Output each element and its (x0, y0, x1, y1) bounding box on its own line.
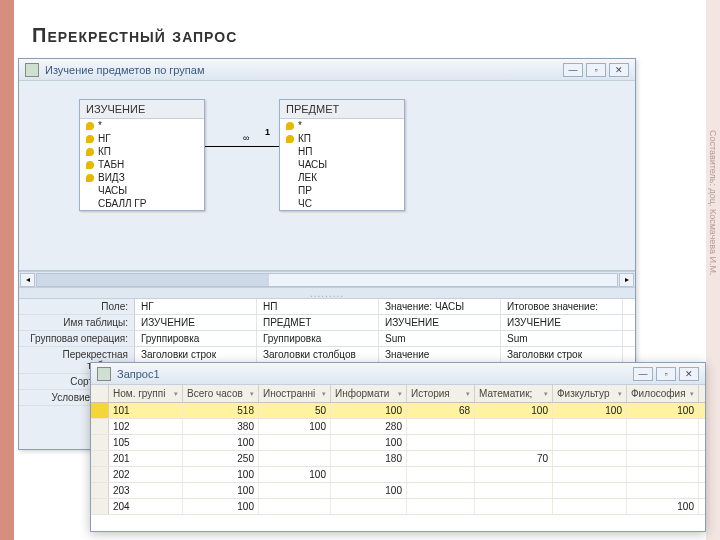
relationship-line[interactable] (205, 146, 279, 147)
cell[interactable]: 100 (183, 483, 259, 498)
cell[interactable] (627, 467, 699, 482)
window-titlebar[interactable]: Изучение предметов по групам — ▫ ✕ (19, 59, 635, 81)
cell[interactable] (475, 499, 553, 514)
cell[interactable]: 100 (331, 435, 407, 450)
cell[interactable] (331, 499, 407, 514)
minimize-button[interactable]: — (633, 367, 653, 381)
table-row[interactable]: 105100100 (91, 435, 705, 451)
column-header[interactable]: История▾ (407, 385, 475, 402)
scroll-right-icon[interactable]: ▸ (619, 273, 634, 287)
table-field[interactable]: ЧС (280, 197, 404, 210)
grid-cell[interactable]: Группировка (135, 331, 257, 346)
cell[interactable] (407, 451, 475, 466)
cell[interactable] (475, 419, 553, 434)
grid-cell[interactable]: Итоговое значение: (501, 299, 623, 314)
scroll-left-icon[interactable]: ◂ (20, 273, 35, 287)
grid-cell[interactable]: Значение: ЧАСЫ (379, 299, 501, 314)
dropdown-icon[interactable]: ▾ (618, 390, 622, 398)
table-field[interactable]: ВИДЗ (80, 171, 204, 184)
maximize-button[interactable]: ▫ (656, 367, 676, 381)
grid-cell[interactable]: НГ (135, 299, 257, 314)
cell[interactable]: 100 (331, 483, 407, 498)
cell[interactable]: 100 (259, 419, 331, 434)
design-scrollbar[interactable]: ◂ ▸ (19, 271, 635, 287)
row-selector[interactable] (91, 467, 109, 482)
column-header[interactable]: Математик;▾ (475, 385, 553, 402)
cell[interactable]: 518 (183, 403, 259, 418)
table-field[interactable]: СБАЛЛ ГР (80, 197, 204, 210)
cell[interactable]: 203 (109, 483, 183, 498)
cell[interactable] (259, 483, 331, 498)
close-button[interactable]: ✕ (609, 63, 629, 77)
grid-cell[interactable]: Sum (501, 331, 623, 346)
row-selector[interactable] (91, 483, 109, 498)
cell[interactable] (407, 467, 475, 482)
table-field[interactable]: ЛЕК (280, 171, 404, 184)
table-field[interactable]: * (280, 119, 404, 132)
cell[interactable]: 201 (109, 451, 183, 466)
window-titlebar[interactable]: Запрос1 — ▫ ✕ (91, 363, 705, 385)
cell[interactable]: 100 (627, 499, 699, 514)
table-row[interactable]: 202100100 (91, 467, 705, 483)
cell[interactable]: 280 (331, 419, 407, 434)
column-header[interactable]: Философия▾ (627, 385, 699, 402)
cell[interactable]: 180 (331, 451, 407, 466)
maximize-button[interactable]: ▫ (586, 63, 606, 77)
cell[interactable] (407, 499, 475, 514)
cell[interactable]: 50 (259, 403, 331, 418)
cell[interactable]: 202 (109, 467, 183, 482)
datasheet[interactable]: Ном. группі▾ Всего часов▾ Иностранні▾ Ин… (91, 385, 705, 515)
table-row[interactable]: 20125018070 (91, 451, 705, 467)
cell[interactable] (407, 483, 475, 498)
dropdown-icon[interactable]: ▾ (322, 390, 326, 398)
table-row[interactable]: 102380100280 (91, 419, 705, 435)
cell[interactable] (259, 499, 331, 514)
table-field[interactable]: ТАБН (80, 158, 204, 171)
cell[interactable]: 100 (183, 499, 259, 514)
grid-cell[interactable]: Группировка (257, 331, 379, 346)
cell[interactable] (553, 451, 627, 466)
column-header[interactable]: Физкультур▾ (553, 385, 627, 402)
grid-cell[interactable]: ИЗУЧЕНИЕ (135, 315, 257, 330)
close-button[interactable]: ✕ (679, 367, 699, 381)
table-row[interactable]: 204100100 (91, 499, 705, 515)
cell[interactable] (553, 419, 627, 434)
table-field[interactable]: * (80, 119, 204, 132)
cell[interactable]: 250 (183, 451, 259, 466)
cell[interactable] (553, 499, 627, 514)
cell[interactable]: 100 (183, 467, 259, 482)
cell[interactable] (627, 451, 699, 466)
cell[interactable]: 100 (331, 403, 407, 418)
cell[interactable]: 204 (109, 499, 183, 514)
column-header[interactable]: Ном. группі▾ (109, 385, 183, 402)
cell[interactable] (627, 435, 699, 450)
cell[interactable]: 100 (627, 403, 699, 418)
cell[interactable] (627, 483, 699, 498)
cell[interactable]: 100 (553, 403, 627, 418)
cell[interactable] (553, 483, 627, 498)
cell[interactable] (475, 483, 553, 498)
scroll-thumb[interactable] (37, 274, 269, 286)
row-selector-header[interactable] (91, 385, 109, 402)
dropdown-icon[interactable]: ▾ (544, 390, 548, 398)
cell[interactable]: 102 (109, 419, 183, 434)
table-izuchenie[interactable]: ИЗУЧЕНИЕ *НГКПТАБНВИДЗЧАСЫСБАЛЛ ГР (79, 99, 205, 211)
table-row[interactable]: 1015185010068100100100 (91, 403, 705, 419)
cell[interactable] (259, 451, 331, 466)
row-selector[interactable] (91, 435, 109, 450)
cell[interactable]: 105 (109, 435, 183, 450)
grid-cell[interactable]: ИЗУЧЕНИЕ (501, 315, 623, 330)
cell[interactable] (407, 435, 475, 450)
table-field[interactable]: НГ (80, 132, 204, 145)
grid-cell[interactable]: ИЗУЧЕНИЕ (379, 315, 501, 330)
cell[interactable] (259, 435, 331, 450)
cell[interactable] (331, 467, 407, 482)
cell[interactable]: 100 (259, 467, 331, 482)
cell[interactable]: 380 (183, 419, 259, 434)
table-field[interactable]: НП (280, 145, 404, 158)
dropdown-icon[interactable]: ▾ (690, 390, 694, 398)
dropdown-icon[interactable]: ▾ (466, 390, 470, 398)
row-selector[interactable] (91, 419, 109, 434)
table-field[interactable]: ЧАСЫ (280, 158, 404, 171)
minimize-button[interactable]: — (563, 63, 583, 77)
